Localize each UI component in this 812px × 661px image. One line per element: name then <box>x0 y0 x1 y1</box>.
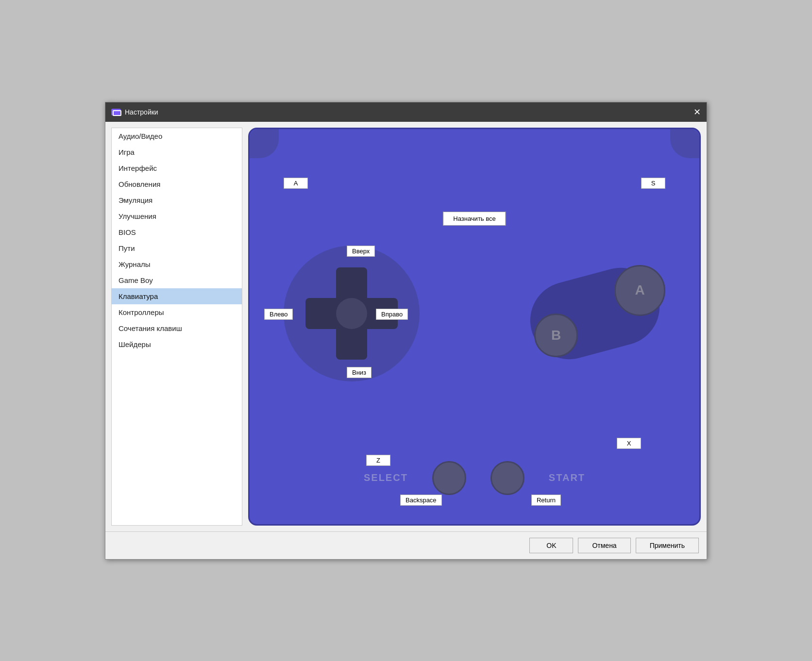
sidebar-item-hotkeys[interactable]: Сочетания клавиш <box>112 320 242 336</box>
footer: OK Отмена Применить <box>105 531 707 559</box>
a-button[interactable]: A <box>614 265 665 316</box>
assign-all-button[interactable]: Назначить все <box>443 212 506 226</box>
sidebar-item-interface[interactable]: Интерфейс <box>112 160 242 176</box>
select-label: SELECT <box>364 472 408 483</box>
sidebar-item-shaders[interactable]: Шейдеры <box>112 336 242 352</box>
window-body: Аудио/Видео Игра Интерфейс Обновления Эм… <box>105 122 707 559</box>
key-s-button[interactable]: S <box>641 178 665 189</box>
key-down-button[interactable]: Вниз <box>347 367 372 378</box>
dpad-center <box>336 298 367 329</box>
gamepad-area: A S Назначить все Вверх Вниз Влево Вправ… <box>248 128 701 526</box>
key-x-button[interactable]: X <box>617 438 641 449</box>
title-bar-left: Настройки <box>111 108 158 116</box>
sidebar-item-logs[interactable]: Журналы <box>112 256 242 272</box>
sidebar-item-updates[interactable]: Обновления <box>112 176 242 192</box>
ab-buttons-area: B A <box>520 260 670 372</box>
key-up-button[interactable]: Вверх <box>347 246 375 257</box>
settings-window: Настройки ✕ Аудио/Видео Игра Интерфейс О… <box>105 102 707 560</box>
start-label: START <box>549 472 585 483</box>
apply-button[interactable]: Применить <box>636 538 699 553</box>
sidebar-item-emulation[interactable]: Эмуляция <box>112 192 242 208</box>
sidebar-item-paths[interactable]: Пути <box>112 240 242 256</box>
main-content: Аудио/Видео Игра Интерфейс Обновления Эм… <box>105 122 707 531</box>
b-button[interactable]: B <box>534 314 578 357</box>
sidebar-item-improvements[interactable]: Улучшения <box>112 208 242 224</box>
key-return-button[interactable]: Return <box>531 495 561 506</box>
corner-top-right <box>670 129 699 158</box>
key-right-button[interactable]: Вправо <box>376 309 408 320</box>
title-bar: Настройки ✕ <box>105 102 707 122</box>
ok-button[interactable]: OK <box>529 538 573 553</box>
close-button[interactable]: ✕ <box>694 108 701 116</box>
sidebar-item-game[interactable]: Игра <box>112 144 242 160</box>
sidebar-item-bios[interactable]: BIOS <box>112 224 242 240</box>
window-title: Настройки <box>125 108 158 116</box>
sidebar-item-audio-video[interactable]: Аудио/Видео <box>112 128 242 144</box>
start-button[interactable] <box>491 461 524 495</box>
b-button-label: B <box>551 328 561 343</box>
app-icon <box>111 109 121 116</box>
a-button-label: A <box>635 282 644 298</box>
key-backspace-button[interactable]: Backspace <box>400 495 442 506</box>
select-start-area: SELECT START <box>364 461 585 495</box>
sidebar-item-controllers[interactable]: Контроллеры <box>112 304 242 320</box>
sidebar-item-gameboy[interactable]: Game Boy <box>112 272 242 288</box>
sidebar: Аудио/Видео Игра Интерфейс Обновления Эм… <box>111 128 242 526</box>
corner-top-left <box>250 129 279 158</box>
key-a-button[interactable]: A <box>284 178 308 189</box>
cancel-button[interactable]: Отмена <box>578 538 630 553</box>
key-left-button[interactable]: Влево <box>264 309 293 320</box>
select-button[interactable] <box>432 461 466 495</box>
sidebar-item-keyboard[interactable]: Клавиатура <box>112 288 242 304</box>
